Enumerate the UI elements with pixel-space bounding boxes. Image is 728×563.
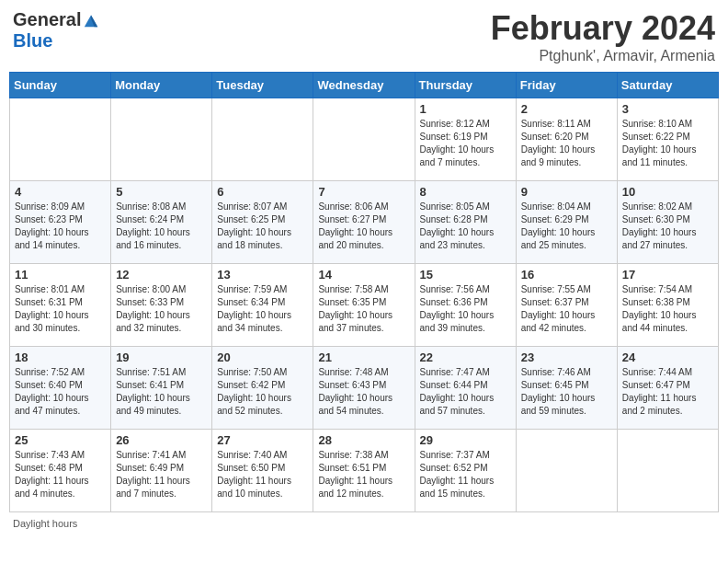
day-info: Sunrise: 7:59 AM Sunset: 6:34 PM Dayligh… — [217, 283, 308, 335]
calendar-week-row: 18Sunrise: 7:52 AM Sunset: 6:40 PM Dayli… — [10, 347, 719, 430]
calendar-week-row: 4Sunrise: 8:09 AM Sunset: 6:23 PM Daylig… — [10, 181, 719, 264]
day-info: Sunrise: 8:08 AM Sunset: 6:24 PM Dayligh… — [116, 201, 207, 252]
day-info: Sunrise: 7:52 AM Sunset: 6:40 PM Dayligh… — [15, 366, 106, 418]
day-number: 26 — [116, 433, 207, 447]
day-number: 27 — [217, 433, 308, 447]
day-info: Sunrise: 7:41 AM Sunset: 6:49 PM Dayligh… — [116, 449, 207, 500]
day-info: Sunrise: 7:46 AM Sunset: 6:45 PM Dayligh… — [521, 366, 612, 418]
calendar-day-cell: 20Sunrise: 7:50 AM Sunset: 6:42 PM Dayli… — [212, 347, 313, 430]
calendar-day-cell: 6Sunrise: 8:07 AM Sunset: 6:25 PM Daylig… — [212, 181, 313, 264]
calendar-day-cell: 2Sunrise: 8:11 AM Sunset: 6:20 PM Daylig… — [516, 98, 617, 181]
calendar-day-cell — [212, 98, 313, 181]
day-number: 10 — [622, 185, 713, 199]
calendar-day-cell: 3Sunrise: 8:10 AM Sunset: 6:22 PM Daylig… — [617, 98, 718, 181]
day-number: 15 — [420, 268, 511, 282]
day-info: Sunrise: 7:51 AM Sunset: 6:41 PM Dayligh… — [116, 366, 207, 418]
day-number: 3 — [622, 102, 713, 116]
day-number: 14 — [318, 268, 409, 282]
calendar-day-cell: 19Sunrise: 7:51 AM Sunset: 6:41 PM Dayli… — [111, 347, 212, 430]
calendar-day-cell: 16Sunrise: 7:55 AM Sunset: 6:37 PM Dayli… — [516, 264, 617, 347]
calendar-day-cell: 5Sunrise: 8:08 AM Sunset: 6:24 PM Daylig… — [111, 181, 212, 264]
day-info: Sunrise: 8:04 AM Sunset: 6:29 PM Dayligh… — [521, 201, 612, 252]
calendar-day-cell: 13Sunrise: 7:59 AM Sunset: 6:34 PM Dayli… — [212, 264, 313, 347]
day-info: Sunrise: 8:02 AM Sunset: 6:30 PM Dayligh… — [622, 201, 713, 252]
day-info: Sunrise: 7:58 AM Sunset: 6:35 PM Dayligh… — [318, 283, 409, 335]
day-info: Sunrise: 7:54 AM Sunset: 6:38 PM Dayligh… — [622, 283, 713, 335]
day-info: Sunrise: 7:48 AM Sunset: 6:43 PM Dayligh… — [318, 366, 409, 418]
day-info: Sunrise: 8:11 AM Sunset: 6:20 PM Dayligh… — [521, 118, 612, 169]
day-info: Sunrise: 7:55 AM Sunset: 6:37 PM Dayligh… — [521, 283, 612, 335]
calendar-day-cell: 29Sunrise: 7:37 AM Sunset: 6:52 PM Dayli… — [415, 430, 516, 512]
calendar-day-cell: 8Sunrise: 8:05 AM Sunset: 6:28 PM Daylig… — [415, 181, 516, 264]
calendar-day-header: Thursday — [415, 73, 516, 98]
day-info: Sunrise: 8:09 AM Sunset: 6:23 PM Dayligh… — [15, 201, 106, 252]
calendar-day-cell: 26Sunrise: 7:41 AM Sunset: 6:49 PM Dayli… — [111, 430, 212, 512]
day-number: 19 — [116, 350, 207, 364]
day-number: 21 — [318, 350, 409, 364]
calendar-day-cell — [111, 98, 212, 181]
calendar-day-cell: 14Sunrise: 7:58 AM Sunset: 6:35 PM Dayli… — [313, 264, 415, 347]
day-info: Sunrise: 8:00 AM Sunset: 6:33 PM Dayligh… — [116, 283, 207, 335]
day-number: 24 — [622, 350, 713, 364]
day-number: 25 — [15, 433, 106, 447]
calendar-day-cell: 11Sunrise: 8:01 AM Sunset: 6:31 PM Dayli… — [10, 264, 111, 347]
calendar-day-cell: 23Sunrise: 7:46 AM Sunset: 6:45 PM Dayli… — [516, 347, 617, 430]
calendar-day-header: Saturday — [617, 73, 718, 98]
day-number: 29 — [420, 433, 511, 447]
day-number: 2 — [521, 102, 612, 116]
calendar-day-cell: 7Sunrise: 8:06 AM Sunset: 6:27 PM Daylig… — [313, 181, 415, 264]
calendar-location: Ptghunk', Armavir, Armenia — [491, 48, 715, 64]
day-info: Sunrise: 7:56 AM Sunset: 6:36 PM Dayligh… — [420, 283, 511, 335]
day-number: 9 — [521, 185, 612, 199]
day-info: Sunrise: 8:01 AM Sunset: 6:31 PM Dayligh… — [15, 283, 106, 335]
calendar-table: SundayMondayTuesdayWednesdayThursdayFrid… — [9, 72, 719, 512]
day-number: 11 — [15, 268, 106, 282]
calendar-day-cell: 24Sunrise: 7:44 AM Sunset: 6:47 PM Dayli… — [617, 347, 718, 430]
day-number: 4 — [15, 185, 106, 199]
calendar-day-cell: 22Sunrise: 7:47 AM Sunset: 6:44 PM Dayli… — [415, 347, 516, 430]
calendar-day-cell: 27Sunrise: 7:40 AM Sunset: 6:50 PM Dayli… — [212, 430, 313, 512]
calendar-day-cell — [516, 430, 617, 512]
calendar-week-row: 11Sunrise: 8:01 AM Sunset: 6:31 PM Dayli… — [10, 264, 719, 347]
calendar-week-row: 25Sunrise: 7:43 AM Sunset: 6:48 PM Dayli… — [10, 430, 719, 512]
day-info: Sunrise: 7:38 AM Sunset: 6:51 PM Dayligh… — [318, 449, 409, 500]
day-info: Sunrise: 8:10 AM Sunset: 6:22 PM Dayligh… — [622, 118, 713, 169]
calendar-day-cell: 10Sunrise: 8:02 AM Sunset: 6:30 PM Dayli… — [617, 181, 718, 264]
page-header: General Blue February 2024 Ptghunk', Arm… — [9, 9, 719, 64]
calendar-day-cell: 21Sunrise: 7:48 AM Sunset: 6:43 PM Dayli… — [313, 347, 415, 430]
day-number: 6 — [217, 185, 308, 199]
day-number: 8 — [420, 185, 511, 199]
logo: General Blue — [13, 9, 99, 52]
day-number: 13 — [217, 268, 308, 282]
calendar-day-cell: 18Sunrise: 7:52 AM Sunset: 6:40 PM Dayli… — [10, 347, 111, 430]
day-info: Sunrise: 8:05 AM Sunset: 6:28 PM Dayligh… — [420, 201, 511, 252]
day-number: 7 — [318, 185, 409, 199]
calendar-day-cell: 4Sunrise: 8:09 AM Sunset: 6:23 PM Daylig… — [10, 181, 111, 264]
calendar-day-cell: 1Sunrise: 8:12 AM Sunset: 6:19 PM Daylig… — [415, 98, 516, 181]
day-info: Sunrise: 7:50 AM Sunset: 6:42 PM Dayligh… — [217, 366, 308, 418]
footer-note: Daylight hours — [9, 518, 719, 529]
calendar-week-row: 1Sunrise: 8:12 AM Sunset: 6:19 PM Daylig… — [10, 98, 719, 181]
calendar-title: February 2024 — [491, 9, 715, 48]
logo-general-text: General — [13, 9, 81, 30]
day-number: 16 — [521, 268, 612, 282]
day-number: 5 — [116, 185, 207, 199]
day-info: Sunrise: 7:40 AM Sunset: 6:50 PM Dayligh… — [217, 449, 308, 500]
day-number: 17 — [622, 268, 713, 282]
day-info: Sunrise: 8:07 AM Sunset: 6:25 PM Dayligh… — [217, 201, 308, 252]
calendar-day-cell — [617, 430, 718, 512]
calendar-day-header: Wednesday — [313, 73, 415, 98]
day-number: 20 — [217, 350, 308, 364]
day-number: 22 — [420, 350, 511, 364]
day-info: Sunrise: 8:12 AM Sunset: 6:19 PM Dayligh… — [420, 118, 511, 169]
day-number: 18 — [15, 350, 106, 364]
day-info: Sunrise: 7:47 AM Sunset: 6:44 PM Dayligh… — [420, 366, 511, 418]
day-info: Sunrise: 7:44 AM Sunset: 6:47 PM Dayligh… — [622, 366, 713, 418]
calendar-header-row: SundayMondayTuesdayWednesdayThursdayFrid… — [10, 73, 719, 98]
day-number: 1 — [420, 102, 511, 116]
day-number: 23 — [521, 350, 612, 364]
calendar-day-cell — [10, 98, 111, 181]
logo-icon — [83, 12, 99, 29]
calendar-day-cell: 25Sunrise: 7:43 AM Sunset: 6:48 PM Dayli… — [10, 430, 111, 512]
calendar-day-cell: 9Sunrise: 8:04 AM Sunset: 6:29 PM Daylig… — [516, 181, 617, 264]
